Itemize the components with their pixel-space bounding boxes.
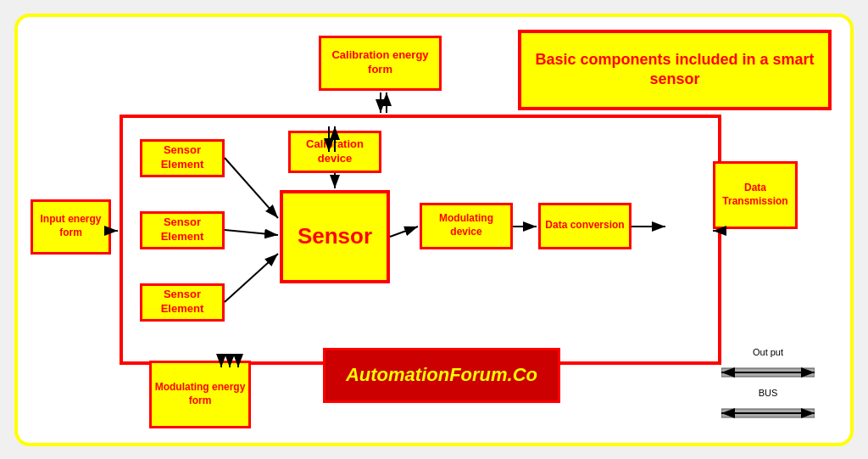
- sensor-element-1-label: Sensor Element: [142, 143, 222, 172]
- output-label: Out put: [753, 347, 783, 357]
- modulating-device-box: Modulating device: [420, 203, 513, 249]
- calibration-device-box: Calibration device: [288, 131, 381, 173]
- title-box: Basic components included in a smart sen…: [518, 30, 832, 110]
- sensor-element-3-label: Sensor Element: [142, 288, 222, 316]
- sensor-element-2-label: Sensor Element: [142, 216, 222, 244]
- svg-line-2: [225, 230, 278, 235]
- data-transmission-box: Data Transmission: [713, 161, 798, 229]
- output-bus-area: Out put BUS: [713, 344, 823, 428]
- output-arrow: [721, 363, 815, 382]
- output-arrow-svg: [721, 363, 815, 382]
- automation-forum-label: AutomationForum.Co: [346, 364, 537, 386]
- svg-line-3: [225, 254, 278, 302]
- data-conversion-label: Data conversion: [545, 219, 624, 232]
- modulating-energy-label: Modulating energy form: [152, 381, 248, 407]
- bus-arrow-svg: [721, 404, 815, 423]
- data-conversion-box: Data conversion: [538, 203, 632, 249]
- data-transmission-label: Data Transmission: [715, 182, 795, 208]
- sensor-element-1-box: Sensor Element: [140, 139, 225, 177]
- svg-line-1: [225, 158, 278, 218]
- calibration-device-label: Calibration device: [291, 137, 379, 166]
- title-text: Basic components included in a smart sen…: [521, 50, 828, 90]
- modulating-device-label: Modulating device: [422, 212, 510, 238]
- bus-label: BUS: [759, 388, 778, 398]
- sensor-element-2-box: Sensor Element: [140, 211, 225, 249]
- input-energy-box: Input energy form: [31, 199, 111, 255]
- input-energy-label: Input energy form: [33, 213, 108, 239]
- sensor-main-label: Sensor: [298, 222, 372, 251]
- calibration-energy-box: Calibration energy form: [319, 36, 442, 91]
- bus-arrow: [721, 404, 815, 423]
- sensor-element-3-box: Sensor Element: [140, 283, 225, 322]
- modulating-energy-box: Modulating energy form: [149, 361, 251, 428]
- automation-forum-box: AutomationForum.Co: [323, 348, 560, 403]
- main-red-container: Sensor Element Sensor Element Sensor Ele…: [120, 115, 721, 365]
- sensor-main-box: Sensor: [280, 190, 390, 283]
- svg-line-5: [390, 227, 418, 237]
- outer-container: Basic components included in a smart sen…: [14, 14, 854, 446]
- calibration-energy-label: Calibration energy form: [321, 48, 439, 77]
